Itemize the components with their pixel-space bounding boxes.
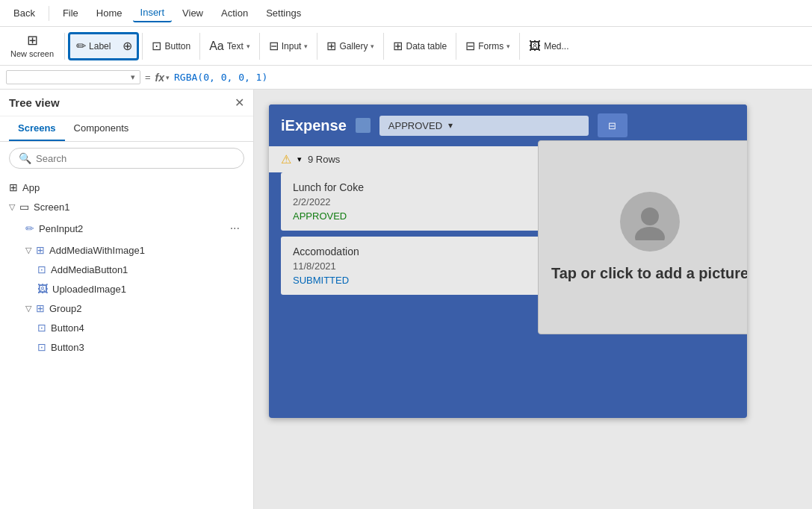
screen1-icon: ▭ — [19, 201, 29, 213]
tree-item-peninput2[interactable]: ✏ PenInput2 ··· — [0, 216, 253, 240]
btn3-label: Button3 — [51, 342, 244, 353]
canvas-area: iExpense APPROVED ▾ ⊟ ⚠ ▾ 9 Rows Lunch — [254, 90, 812, 509]
screen1-expand: ▽ — [9, 202, 15, 212]
picture-avatar — [620, 192, 680, 252]
data-table-icon: ⊞ — [393, 39, 403, 53]
new-screen-icon: ⊞ — [27, 34, 38, 47]
menu-file[interactable]: File — [55, 4, 86, 22]
sidebar: Tree view ✕ Screens Components 🔍 ⊞ App ▽… — [0, 90, 254, 509]
menu-bar: Back File Home Insert View Action Settin… — [0, 0, 812, 27]
tree-content: ⊞ App ▽ ▭ Screen1 ✏ PenInput2 ··· ▽ ⊞ A — [0, 175, 253, 509]
tab-screens[interactable]: Screens — [9, 116, 65, 141]
gallery-caret: ▾ — [371, 43, 374, 50]
input-icon: ⊟ — [269, 39, 279, 53]
app-title: iExpense — [281, 117, 347, 134]
tree-header: Tree view ✕ — [0, 90, 253, 116]
app-header-filter-button[interactable]: ⊟ — [598, 113, 627, 137]
tree-item-app[interactable]: ⊞ App — [0, 178, 253, 197]
menu-insert[interactable]: Insert — [133, 4, 173, 22]
addmediabtn-label: AddMediaButton1 — [51, 264, 244, 275]
app-header-checkbox[interactable] — [356, 118, 371, 133]
screen1-label: Screen1 — [34, 202, 244, 213]
menu-action[interactable]: Action — [214, 4, 255, 22]
button-button[interactable]: ⊡ Button — [146, 34, 196, 58]
uploadedimg-icon: 🖼 — [37, 283, 48, 295]
tree-item-button3[interactable]: ⊡ Button3 — [0, 337, 253, 357]
app-icon: ⊞ — [9, 181, 18, 193]
group2-expand: ▽ — [25, 304, 31, 313]
tree-close-button[interactable]: ✕ — [235, 96, 244, 110]
gallery-button[interactable]: ⊞ Gallery ▾ — [320, 34, 380, 58]
formula-selector[interactable]: ▾ — [6, 70, 140, 84]
picture-placeholder[interactable]: Tap or click to add a picture — [538, 140, 747, 334]
tree-item-button4[interactable]: ⊡ Button4 — [0, 318, 253, 337]
menu-back[interactable]: Back — [6, 4, 43, 22]
peninput2-icon: ✏ — [25, 222, 34, 234]
input-button[interactable]: ⊟ Input ▾ — [263, 34, 314, 58]
text-caret: ▾ — [247, 43, 250, 50]
forms-icon: ⊟ — [465, 39, 475, 53]
addmediabtn-icon: ⊡ — [37, 263, 46, 275]
menu-settings[interactable]: Settings — [258, 4, 309, 22]
media-icon: 🖼 — [529, 40, 541, 53]
warning-expand[interactable]: ▾ — [297, 154, 302, 164]
tree-title: Tree view — [9, 96, 60, 109]
picture-placeholder-text: Tap or click to add a picture — [551, 263, 747, 283]
formula-selector-arrow[interactable]: ▾ — [131, 72, 135, 82]
icon-button[interactable]: ⊕ — [118, 34, 137, 58]
group2-label: Group2 — [49, 303, 244, 314]
new-screen-button[interactable]: ⊞ New screen — [3, 29, 61, 63]
media-button[interactable]: 🖼 Med... — [523, 34, 574, 58]
formula-fx-button[interactable]: fx ▾ — [155, 72, 170, 84]
ribbon-divider-2 — [142, 33, 143, 60]
search-input[interactable] — [36, 153, 235, 164]
tree-tabs: Screens Components — [0, 116, 253, 142]
ribbon-divider-1 — [64, 33, 65, 60]
avatar-icon — [631, 203, 669, 240]
text-icon: Aa — [209, 40, 224, 53]
btn4-label: Button4 — [51, 322, 244, 334]
data-table-button[interactable]: ⊞ Data table — [387, 34, 453, 58]
ribbon-divider-3 — [199, 33, 200, 60]
addmedia-icon: ⊞ — [36, 244, 45, 256]
main-layout: Tree view ✕ Screens Components 🔍 ⊞ App ▽… — [0, 90, 812, 509]
ribbon-divider-8 — [519, 33, 520, 60]
tab-components[interactable]: Components — [65, 116, 138, 141]
ribbon: ⊞ New screen ✏ Label ⊕ ⊡ Button Aa Text … — [0, 27, 812, 66]
button-icon: ⊡ — [152, 39, 161, 53]
warning-icon: ⚠ — [281, 152, 291, 166]
gallery-icon: ⊞ — [326, 39, 336, 53]
formula-fx-label: fx — [155, 72, 164, 84]
tree-item-addmediawithimage1[interactable]: ▽ ⊞ AddMediaWithImage1 — [0, 240, 253, 260]
tree-item-screen1[interactable]: ▽ ▭ Screen1 — [0, 197, 253, 216]
search-box: 🔍 — [9, 148, 244, 169]
peninput2-more-button[interactable]: ··· — [226, 220, 244, 237]
btn3-icon: ⊡ — [37, 341, 46, 353]
app-label: App — [22, 182, 244, 193]
svg-point-1 — [635, 227, 665, 240]
menu-view[interactable]: View — [175, 4, 211, 22]
tree-item-addmediabutton1[interactable]: ⊡ AddMediaButton1 — [0, 260, 253, 279]
dropdown-text: APPROVED — [388, 120, 442, 131]
search-icon: 🔍 — [19, 152, 31, 164]
formula-equals: = — [145, 72, 151, 83]
uploadedimg-label: UploadedImage1 — [52, 284, 244, 295]
forms-caret: ▾ — [506, 43, 510, 50]
tree-item-uploadedimage1[interactable]: 🖼 UploadedImage1 — [0, 279, 253, 299]
peninput2-label: PenInput2 — [39, 223, 221, 234]
text-button[interactable]: Aa Text ▾ — [203, 34, 256, 58]
addmedia-expand: ▽ — [25, 246, 31, 255]
formula-content: RGBA(0, 0, 0, 1) — [174, 72, 267, 83]
forms-button[interactable]: ⊟ Forms ▾ — [459, 34, 516, 58]
ribbon-divider-4 — [259, 33, 260, 60]
add-icon: ⊕ — [123, 39, 132, 53]
app-preview: iExpense APPROVED ▾ ⊟ ⚠ ▾ 9 Rows Lunch — [269, 104, 747, 418]
app-header-dropdown[interactable]: APPROVED ▾ — [379, 116, 589, 136]
btn4-icon: ⊡ — [37, 322, 46, 334]
label-button[interactable]: ✏ Label — [70, 34, 117, 58]
ribbon-divider-6 — [383, 33, 384, 60]
menu-sep-1 — [49, 6, 49, 21]
menu-home[interactable]: Home — [89, 4, 130, 22]
tree-item-group2[interactable]: ▽ ⊞ Group2 — [0, 299, 253, 318]
svg-point-0 — [641, 207, 659, 225]
